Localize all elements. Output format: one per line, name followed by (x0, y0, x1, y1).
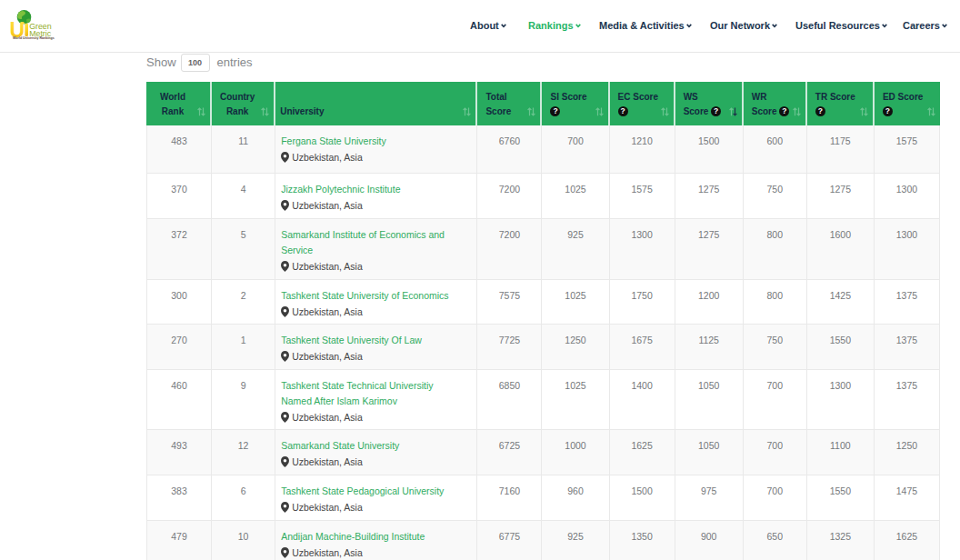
svg-text:World University Rankings: World University Rankings (13, 36, 55, 40)
